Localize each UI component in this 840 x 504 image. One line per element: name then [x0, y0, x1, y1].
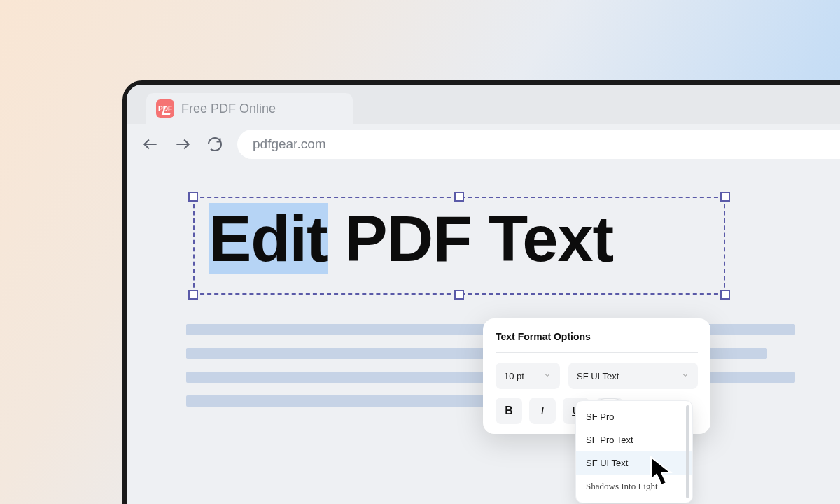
font-family-value: SF UI Text	[577, 371, 619, 382]
font-dropdown: SF Pro SF Pro Text SF UI Text Shadows In…	[575, 400, 693, 503]
highlighted-text: Edit	[209, 203, 328, 274]
font-size-value: 10 pt	[504, 371, 524, 382]
resize-handle-top-left[interactable]	[188, 192, 198, 202]
font-option-sf-ui-text[interactable]: SF UI Text	[576, 451, 692, 475]
gradient-background: PDF Free PDF Online pdfgear.com	[0, 0, 840, 504]
resize-handle-bottom-middle[interactable]	[454, 290, 464, 300]
resize-handle-top-right[interactable]	[720, 192, 730, 202]
editable-text[interactable]: Edit PDF Text	[209, 202, 613, 276]
font-option-sf-pro[interactable]: SF Pro	[576, 405, 692, 428]
popover-title: Text Format Options	[496, 331, 698, 342]
font-option-shadows-into-light[interactable]: Shadows Into Light	[576, 475, 692, 498]
font-family-select[interactable]: SF UI Text	[568, 363, 698, 389]
address-bar[interactable]: pdfgear.com	[237, 130, 840, 159]
chevron-down-icon	[681, 371, 690, 382]
text-selection-box[interactable]: Edit PDF Text	[193, 197, 725, 295]
browser-tab-title: Free PDF Online	[181, 102, 276, 116]
resize-handle-top-middle[interactable]	[454, 192, 464, 202]
browser-window: PDF Free PDF Online pdfgear.com	[122, 80, 840, 504]
chevron-down-icon	[543, 371, 552, 382]
browser-tab[interactable]: PDF Free PDF Online	[146, 93, 353, 124]
back-arrow-icon[interactable]	[141, 134, 160, 154]
resize-handle-bottom-right[interactable]	[720, 290, 730, 300]
resize-handle-bottom-left[interactable]	[188, 290, 198, 300]
reload-icon[interactable]	[205, 134, 225, 154]
divider	[496, 352, 698, 353]
font-option-sf-pro-text[interactable]: SF Pro Text	[576, 428, 692, 451]
browser-nav-row: pdfgear.com	[127, 124, 840, 164]
italic-button[interactable]: I	[529, 398, 556, 424]
bold-button[interactable]: B	[496, 398, 522, 424]
pdf-app-icon: PDF	[156, 99, 174, 118]
browser-tab-bar: PDF Free PDF Online	[127, 85, 840, 124]
dropdown-scrollbar[interactable]	[686, 405, 690, 498]
forward-arrow-icon[interactable]	[173, 134, 192, 154]
editable-text-rest: PDF Text	[328, 203, 613, 274]
font-size-select[interactable]: 10 pt	[496, 363, 560, 389]
address-bar-text: pdfgear.com	[253, 136, 326, 152]
